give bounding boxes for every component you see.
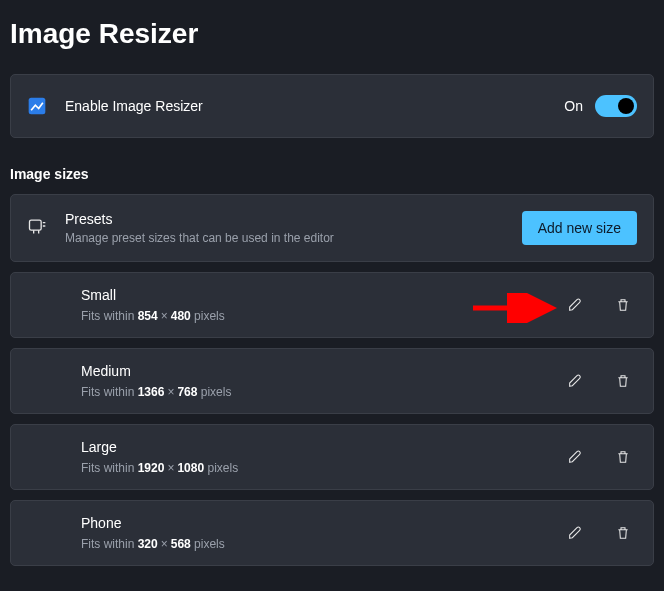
size-name: Small	[81, 287, 225, 303]
edit-button-phone[interactable]	[565, 523, 585, 543]
image-sizes-section-label: Image sizes	[10, 166, 654, 182]
presets-icon	[27, 216, 47, 240]
edit-button-small[interactable]	[565, 295, 585, 315]
enable-label: Enable Image Resizer	[65, 98, 564, 114]
page-title: Image Resizer	[0, 0, 664, 74]
edit-button-large[interactable]	[565, 447, 585, 467]
enable-toggle[interactable]	[595, 95, 637, 117]
svg-rect-1	[30, 220, 42, 230]
size-row-large: Large Fits within 1920×1080 pixels	[10, 424, 654, 490]
delete-button-small[interactable]	[613, 295, 633, 315]
image-resizer-app-icon	[27, 96, 47, 116]
size-row-phone: Phone Fits within 320×568 pixels	[10, 500, 654, 566]
annotation-arrow-icon	[473, 293, 563, 323]
edit-button-medium[interactable]	[565, 371, 585, 391]
size-desc: Fits within 854×480 pixels	[81, 309, 225, 323]
toggle-state-label: On	[564, 98, 583, 114]
add-new-size-button[interactable]: Add new size	[522, 211, 637, 245]
presets-description: Manage preset sizes that can be used in …	[65, 231, 334, 245]
size-desc: Fits within 1920×1080 pixels	[81, 461, 238, 475]
size-desc: Fits within 1366×768 pixels	[81, 385, 231, 399]
size-name: Medium	[81, 363, 231, 379]
delete-button-phone[interactable]	[613, 523, 633, 543]
presets-card: Presets Manage preset sizes that can be …	[10, 194, 654, 262]
size-name: Phone	[81, 515, 225, 531]
size-desc: Fits within 320×568 pixels	[81, 537, 225, 551]
presets-title: Presets	[65, 211, 334, 227]
delete-button-medium[interactable]	[613, 371, 633, 391]
size-name: Large	[81, 439, 238, 455]
size-row-small: Small Fits within 854×480 pixels	[10, 272, 654, 338]
size-row-medium: Medium Fits within 1366×768 pixels	[10, 348, 654, 414]
enable-card: Enable Image Resizer On	[10, 74, 654, 138]
toggle-knob	[618, 98, 634, 114]
delete-button-large[interactable]	[613, 447, 633, 467]
